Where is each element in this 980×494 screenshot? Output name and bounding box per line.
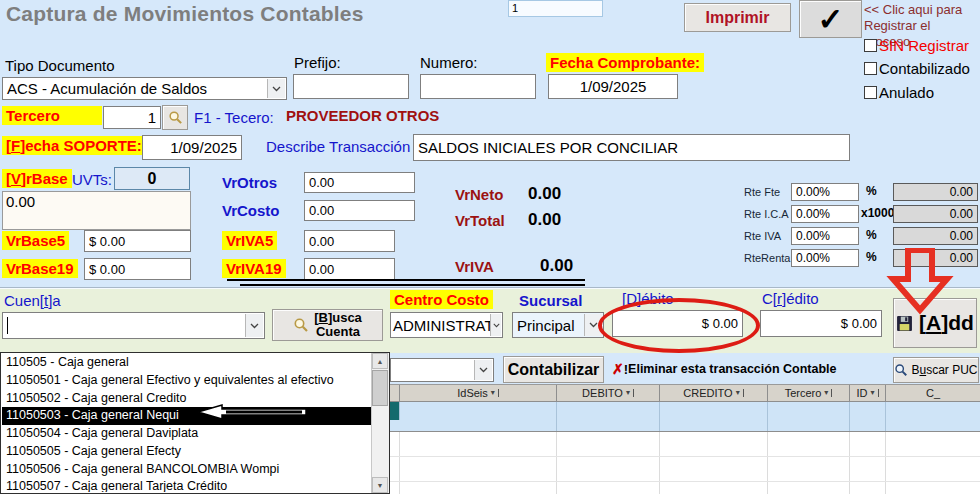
- chevron-down-icon[interactable]: [245, 314, 263, 337]
- account-list-item[interactable]: 11050507 - Caja general Tarjeta Crédito: [2, 478, 371, 492]
- checkbox-contabilizado[interactable]: Contabilizado: [864, 60, 970, 77]
- describe-transaccion-input[interactable]: SALDOS INICIALES POR CONCILIAR: [413, 134, 850, 161]
- vriva19-label: VrIVA19: [222, 259, 286, 278]
- chevron-down-icon[interactable]: [490, 314, 501, 336]
- scrollbar[interactable]: ▲ ▼: [371, 353, 389, 493]
- account-list-item-highlighted[interactable]: 11050503 - Caja general Nequi: [2, 407, 371, 425]
- grid-header-selector[interactable]: [390, 385, 400, 402]
- busca-cuenta-button[interactable]: [B]usca Cuenta: [272, 309, 383, 341]
- account-list-item[interactable]: 110505 - Caja general: [2, 354, 371, 372]
- sucursal-select[interactable]: Principal: [512, 312, 604, 338]
- rte-ica-input[interactable]: 0.00%: [791, 205, 859, 223]
- doc-number-box[interactable]: 1: [508, 0, 603, 17]
- grid-cell: [886, 482, 980, 494]
- grid-cell: [886, 432, 980, 456]
- filter-bar-icon: [743, 389, 744, 397]
- account-list-item[interactable]: 11050505 - Caja general Efecty: [2, 443, 371, 461]
- chevron-down-icon[interactable]: [474, 360, 492, 380]
- double-underline-mark: [240, 284, 585, 286]
- grid-cell: [400, 402, 557, 431]
- vriva5-input[interactable]: 0.00: [304, 230, 395, 252]
- vrbase5-input[interactable]: $ 0.00: [84, 230, 191, 252]
- vrneto-label: VrNeto: [455, 186, 503, 203]
- chevron-down-icon[interactable]: [584, 314, 602, 336]
- grid-cell: [886, 457, 980, 481]
- contabilizar-button[interactable]: Contabilizar: [503, 356, 604, 383]
- grid-selected-row[interactable]: [390, 402, 980, 432]
- grid-header-tercero[interactable]: Tercero▾: [768, 385, 850, 402]
- grid-row[interactable]: [390, 482, 980, 494]
- grid-cell: [850, 482, 886, 494]
- grid-cell: [390, 432, 400, 456]
- numero-input[interactable]: [420, 74, 536, 99]
- checkbox-icon[interactable]: [864, 39, 877, 52]
- add-button[interactable]: [A]dd: [893, 298, 977, 348]
- centro-costo-select[interactable]: ADMINISTRAT: [390, 312, 503, 338]
- credito-input[interactable]: $ 0.00: [760, 310, 882, 337]
- checkbox-anulado[interactable]: Anulado: [864, 84, 934, 101]
- account-list-items: 110505 - Caja general11050501 - Caja gen…: [2, 354, 371, 492]
- filter-icon[interactable]: ▾: [491, 389, 495, 397]
- vrcosto-input[interactable]: 0.00: [304, 200, 415, 221]
- grid-cell: [660, 482, 768, 494]
- grid-header-debito[interactable]: DEBITO▾: [557, 385, 660, 402]
- vriva-label: VrIVA: [455, 258, 494, 275]
- contabilizar-label: Contabilizar: [508, 361, 600, 379]
- imprimir-button[interactable]: Imprimir: [684, 3, 791, 32]
- checkbox-contabilizado-label: Contabilizado: [879, 60, 970, 77]
- tipo-documento-select[interactable]: ACS - Acumulación de Saldos: [2, 77, 287, 100]
- grid-cell: [557, 482, 660, 494]
- scroll-up-button[interactable]: ▲: [372, 353, 388, 369]
- tercero-input[interactable]: 1: [103, 106, 161, 129]
- eliminar-transaccion-action[interactable]: ✗ ! Eliminar esta transacción Contable: [612, 361, 836, 377]
- rte-fte-input[interactable]: 0.00%: [791, 183, 859, 201]
- vrtotal-label: VrTotal: [455, 212, 505, 229]
- scroll-down-icon: ▼: [377, 482, 384, 489]
- cuenta-combo[interactable]: [2, 312, 265, 339]
- filter-icon[interactable]: ▾: [870, 389, 874, 397]
- grid-header-idseis[interactable]: IdSeis▾: [400, 385, 557, 402]
- filter-icon[interactable]: ▾: [736, 389, 740, 397]
- filter-icon[interactable]: ▾: [626, 389, 630, 397]
- grid-row[interactable]: [390, 432, 980, 457]
- fecha-soporte-label: [F]echa SOPORTE:: [2, 136, 146, 155]
- vrotros-input[interactable]: 0.00: [304, 172, 415, 193]
- checkbox-icon[interactable]: [864, 62, 877, 75]
- rte-iva-input[interactable]: 0.00%: [791, 227, 859, 245]
- chevron-down-icon[interactable]: [267, 79, 285, 98]
- tercero-search-button[interactable]: [162, 105, 188, 130]
- detail-combo[interactable]: [390, 358, 494, 382]
- f1-tercero-label: F1 - Tecero:: [194, 109, 274, 126]
- grid-active-cell[interactable]: [390, 402, 400, 420]
- uvts-value-box[interactable]: 0: [114, 167, 190, 190]
- scroll-down-button[interactable]: ▼: [372, 477, 388, 493]
- vrbase19-input[interactable]: $ 0.00: [84, 258, 191, 280]
- register-check-button[interactable]: ✓: [799, 0, 862, 38]
- account-list-item[interactable]: 11050504 - Caja general Daviplata: [2, 425, 371, 443]
- vriva19-input[interactable]: 0.00: [304, 258, 395, 280]
- vrbase-input[interactable]: 0.00: [2, 191, 191, 230]
- filter-icon[interactable]: ▾: [824, 389, 828, 397]
- grid-header-credito[interactable]: CREDITO▾: [660, 385, 768, 402]
- register-note-line1: << Clic aqui para: [864, 2, 980, 18]
- scroll-thumb[interactable]: [372, 370, 388, 406]
- account-list-item[interactable]: 11050502 - Caja general Credito: [2, 390, 371, 408]
- vriva-value: 0.00: [540, 256, 573, 276]
- rte-renta-input[interactable]: 0.00%: [791, 249, 859, 267]
- grid-header-id[interactable]: ID▾: [850, 385, 886, 402]
- grid-cell: [660, 402, 768, 431]
- prefijo-input[interactable]: [293, 74, 409, 99]
- account-list-item[interactable]: 11050506 - Caja general BANCOLOMBIA Womp…: [2, 461, 371, 479]
- grid-cell: [768, 482, 850, 494]
- checkbox-sin-registrar[interactable]: SIN Registrar: [864, 37, 969, 54]
- account-list-item[interactable]: 11050501 - Caja general Efectivo y equiv…: [2, 372, 371, 390]
- filter-bar-icon: [831, 389, 832, 397]
- debito-input[interactable]: $ 0.00: [612, 310, 743, 337]
- fecha-comprobante-input[interactable]: 1/09/2025: [548, 74, 678, 99]
- buscar-puc-button[interactable]: Buscar PUC: [893, 357, 979, 383]
- grid-cell: [557, 402, 660, 431]
- checkbox-icon[interactable]: [864, 86, 877, 99]
- fecha-soporte-input[interactable]: 1/09/2025: [142, 135, 242, 160]
- grid-header-c-[interactable]: C_: [886, 385, 980, 402]
- grid-row[interactable]: [390, 457, 980, 482]
